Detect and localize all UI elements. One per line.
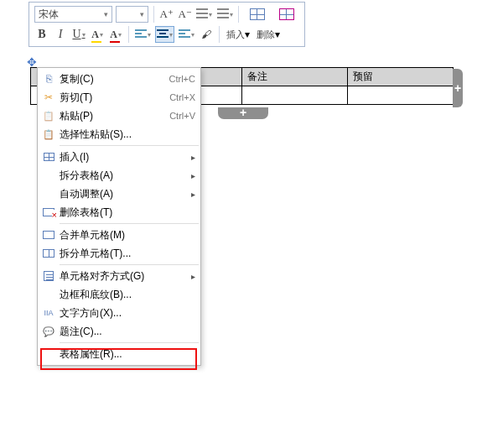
separator	[128, 26, 129, 43]
highlight-color-swatch	[91, 41, 101, 43]
font-size-select[interactable]: ▾	[116, 6, 148, 23]
align-left-icon	[135, 29, 147, 39]
font-name-select[interactable]: 宋体 ▾	[34, 6, 112, 23]
chevron-right-icon: ▸	[186, 171, 195, 180]
scissors-icon	[41, 91, 56, 103]
menu-borders-shading[interactable]: 边框和底纹(B)...	[38, 285, 200, 304]
table-header-cell[interactable]: 备注	[242, 68, 348, 86]
bold-button[interactable]: B	[34, 26, 49, 43]
table-header-cell[interactable]: 预留	[348, 68, 454, 86]
align-center-button[interactable]: ▾	[155, 26, 174, 43]
split-cells-icon	[41, 249, 56, 258]
cell-align-icon	[41, 271, 56, 281]
table-grid-icon	[41, 153, 56, 161]
chevron-right-icon: ▸	[186, 190, 195, 199]
chevron-right-icon: ▸	[186, 153, 195, 162]
chevron-down-icon: ▾	[104, 10, 108, 18]
text-direction-icon	[41, 309, 56, 317]
increase-font-button[interactable]: A⁺	[159, 6, 174, 23]
font-color-icon: A	[110, 29, 117, 41]
table-grid-icon	[250, 8, 265, 20]
underline-button[interactable]: U▾	[71, 26, 86, 43]
table-context-menu: 复制(C) Ctrl+C 剪切(T) Ctrl+X 粘贴(P) Ctrl+V 选…	[37, 67, 201, 366]
menu-caption[interactable]: 题注(C)...	[38, 322, 200, 341]
bullet-list-button[interactable]: ▾	[196, 6, 213, 23]
menu-paste-special[interactable]: 选择性粘贴(S)...	[38, 125, 200, 143]
clipboard-icon	[41, 129, 56, 140]
menu-copy[interactable]: 复制(C) Ctrl+C	[38, 70, 200, 88]
insert-menu-button[interactable]	[244, 8, 270, 20]
menu-split-cells[interactable]: 拆分单元格(T)...	[38, 244, 200, 263]
toolbar-row-2: B I U▾ A ▾ A ▾ ▾ ▾ ▾ 插入▾ 删除▾	[34, 24, 299, 44]
line-spacing-button[interactable]: ▾	[178, 26, 195, 43]
line-spacing-icon	[179, 29, 190, 39]
highlight-icon: A	[91, 29, 99, 41]
add-column-button[interactable]: +	[453, 69, 463, 107]
menu-paste[interactable]: 粘贴(P) Ctrl+V	[38, 107, 200, 125]
menu-split-table[interactable]: 拆分表格(A) ▸	[38, 166, 200, 185]
italic-button[interactable]: I	[53, 26, 68, 43]
align-center-icon	[157, 29, 169, 39]
copy-icon	[41, 73, 56, 85]
menu-cell-alignment[interactable]: 单元格对齐方式(G) ▸	[38, 267, 200, 285]
separator	[60, 223, 199, 224]
chevron-down-icon: ▾	[275, 29, 280, 40]
font-color-button[interactable]: A ▾	[108, 26, 123, 43]
chevron-down-icon: ▾	[140, 10, 144, 18]
caption-icon	[41, 326, 56, 337]
table-cell[interactable]	[242, 86, 348, 105]
menu-table-properties[interactable]: 表格属性(R)...	[38, 345, 200, 363]
table-cell[interactable]	[348, 86, 454, 105]
font-color-swatch	[110, 41, 120, 43]
toolbar-row-1: 宋体 ▾ ▾ A⁺ A⁻ ▾ ▾	[34, 4, 299, 24]
eraser-button[interactable]	[273, 8, 299, 20]
align-left-button[interactable]: ▾	[134, 26, 152, 43]
separator	[60, 145, 199, 146]
merge-cells-icon	[41, 231, 56, 239]
format-painter-button[interactable]	[199, 26, 214, 43]
separator	[238, 6, 239, 23]
delete-table-icon	[41, 208, 56, 216]
add-row-button[interactable]: +	[218, 107, 268, 119]
menu-delete-table[interactable]: 删除表格(T)	[38, 203, 200, 221]
separator	[153, 6, 154, 23]
separator	[60, 264, 199, 265]
number-list-button[interactable]: ▾	[216, 6, 233, 23]
brush-icon	[201, 29, 211, 40]
clipboard-icon	[41, 111, 56, 122]
insert-button[interactable]: 插入▾	[225, 29, 252, 41]
separator	[60, 342, 199, 343]
decrease-font-button[interactable]: A⁻	[178, 6, 193, 23]
table-grid-icon	[279, 8, 294, 20]
separator	[219, 26, 220, 43]
number-list-icon	[217, 8, 229, 21]
menu-text-direction[interactable]: 文字方向(X)...	[38, 304, 200, 322]
bullet-list-icon	[196, 8, 208, 21]
highlight-button[interactable]: A ▾	[90, 26, 105, 43]
menu-cut[interactable]: 剪切(T) Ctrl+X	[38, 88, 200, 107]
menu-merge-cells[interactable]: 合并单元格(M)	[38, 226, 200, 244]
formatting-toolbar: 宋体 ▾ ▾ A⁺ A⁻ ▾ ▾ B I U▾ A ▾ A ▾ ▾ ▾	[29, 2, 305, 47]
menu-auto-fit[interactable]: 自动调整(A) ▸	[38, 185, 200, 203]
chevron-right-icon: ▸	[186, 272, 195, 281]
menu-insert[interactable]: 插入(I) ▸	[38, 148, 200, 166]
delete-button[interactable]: 删除▾	[255, 29, 282, 41]
chevron-down-icon: ▾	[245, 29, 250, 40]
font-name-value: 宋体	[39, 8, 59, 22]
